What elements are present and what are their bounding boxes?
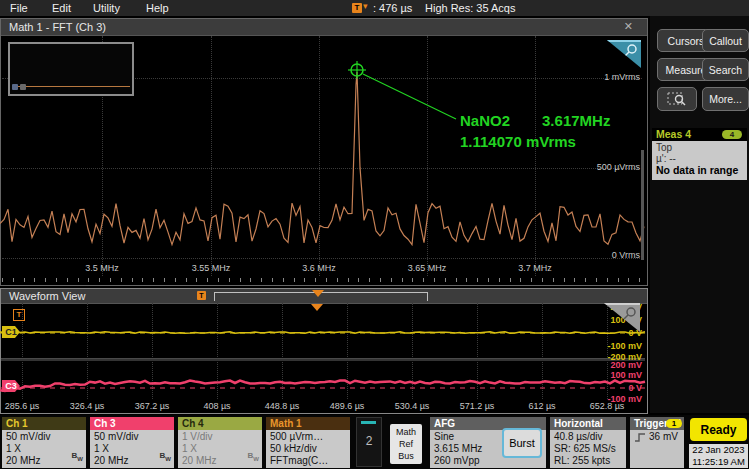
math-panel-title: Math 1 - FFT (Ch 3) — [1, 19, 647, 35]
fft-x-label: 3.65 MHz — [408, 263, 447, 273]
thumbnail-marker-r-icon — [20, 84, 26, 90]
math1-function: FFTmag(C… — [270, 455, 350, 467]
math-ref-bus-line: Ref — [390, 438, 422, 450]
trigger-flag-icon[interactable]: T — [352, 3, 362, 13]
afg-badge[interactable]: AFG Sine 3.615 MHz 260 mVpp Burst — [430, 417, 546, 467]
channel-badge-ch1[interactable]: Ch 1 50 mV/div 1 X 20 MHz BW — [2, 417, 86, 467]
ch3-scale-label: 100 mV — [610, 370, 642, 380]
time-label: 489.6 µs — [330, 401, 365, 411]
meas4-badge-header[interactable]: Meas 4 4 — [652, 128, 747, 141]
menu-edit[interactable]: Edit — [52, 2, 71, 14]
zoom-box-button[interactable] — [657, 87, 697, 111]
fft-x-label: 3.7 MHz — [518, 263, 552, 273]
callout-button[interactable]: Callout — [702, 29, 749, 52]
ch2-label: 2 — [357, 434, 381, 448]
menu-help[interactable]: Help — [146, 2, 169, 14]
acquisition-status: High Res: 35 Acqs — [425, 2, 516, 14]
meas4-mean: µ': -- — [656, 153, 747, 164]
trigger-position-marker-icon[interactable] — [312, 290, 324, 297]
ch4-badge-title: Ch 4 — [178, 417, 262, 430]
bandwidth-limit-icon: BW — [160, 450, 171, 465]
trigger-position-readout[interactable]: : 476 µs — [373, 2, 412, 14]
trigger-level-icon[interactable]: T — [13, 309, 25, 321]
meas4-results-panel: Top µ': -- No data in range — [652, 141, 747, 180]
ch3-scale: 50 mV/div — [94, 431, 174, 443]
bandwidth-limit-icon: BW — [72, 450, 83, 465]
spectrum-overview-thumbnail[interactable] — [8, 42, 134, 96]
ch2-color-bar — [361, 421, 376, 424]
oscilloscope-screen: File Edit Utility Help T ▾ : 476 µs High… — [0, 0, 749, 469]
thumbnail-marker-a-icon — [12, 84, 18, 90]
trigger-position-marker-icon[interactable] — [311, 304, 323, 311]
math1-badge-title: Math 1 — [266, 417, 350, 430]
search-button[interactable]: Search — [702, 58, 749, 81]
math-ref-bus-line: Bus — [390, 450, 422, 462]
burst-button[interactable]: Burst — [502, 428, 542, 458]
time-label: 408 µs — [203, 401, 230, 411]
right-sidebar: Cursors Callout Measure Search More... M… — [650, 16, 749, 413]
math1-scale: 500 µVrm… — [270, 431, 350, 443]
date-value: 22 Jan 2023 — [689, 444, 748, 456]
time-label: 652.8 µs — [590, 401, 625, 411]
fft-y-label-500uv: 500 µVrms — [597, 162, 640, 172]
meas4-status: No data in range — [656, 164, 747, 176]
fft-y-label-0v: 0 Vrms — [612, 250, 640, 260]
zoom-box-icon — [667, 91, 687, 107]
trigger-flag-icon[interactable]: T — [197, 291, 206, 300]
more-button[interactable]: More... — [702, 87, 749, 111]
peak-marker-icon[interactable] — [348, 61, 456, 119]
time-label: 448.8 µs — [265, 401, 300, 411]
math-ref-bus-button[interactable]: Math Ref Bus — [390, 424, 422, 464]
callout-frequency: 3.617MHz — [542, 112, 610, 129]
sample-rate: SR: 625 MS/s — [554, 443, 626, 455]
meas4-title: Meas 4 — [656, 128, 691, 140]
ch4-scale: 1 V/div — [182, 431, 262, 443]
time-label: 285.6 µs — [5, 401, 40, 411]
time-label: 571.2 µs — [460, 401, 495, 411]
dropdown-arrow-icon: ▾ — [363, 1, 368, 11]
channel-badge-ch2[interactable]: 2 — [356, 417, 382, 467]
time-label: 367.2 µs — [135, 401, 170, 411]
fft-x-label: 3.6 MHz — [302, 263, 336, 273]
bandwidth-limit-icon: BW — [248, 450, 259, 465]
channel-badge-ch4[interactable]: Ch 4 1 V/div 1 X 20 MHz BW — [178, 417, 262, 467]
menu-file[interactable]: File — [10, 2, 28, 14]
horizontal-title: Horizontal — [550, 417, 626, 430]
datetime-display: 22 Jan 2023 11:25:19 AM — [689, 444, 748, 468]
ch1-scale-label: -100 mV — [607, 341, 642, 351]
trigger-count-pill: 1 — [666, 419, 682, 428]
fft-tick-strip — [2, 278, 642, 282]
meas4-count-pill: 4 — [722, 130, 742, 139]
ch1-scale: 50 mV/div — [6, 431, 86, 443]
waveform-titlebar[interactable]: Waveform View T — [1, 289, 647, 304]
fft-x-label: 3.5 MHz — [85, 263, 119, 273]
ch3-scale-label: 0 V — [628, 383, 642, 393]
trigger-badge[interactable]: Trigger N 1 36 mV — [630, 417, 684, 467]
ch3-badge-title: Ch 3 — [90, 417, 174, 430]
settings-bar: Ch 1 50 mV/div 1 X 20 MHz BW Ch 3 50 mV/… — [0, 415, 749, 469]
math-ref-bus-line: Math — [390, 426, 422, 438]
channel-badge-ch3[interactable]: Ch 3 50 mV/div 1 X 20 MHz BW — [90, 417, 174, 467]
horizontal-scale: 40.8 µs/div — [554, 431, 626, 443]
time-value: 11:25:19 AM — [689, 456, 748, 468]
fft-y-label-1mv: 1 mVrms — [604, 72, 640, 82]
math1-hdiv: 50 kHz/div — [270, 443, 350, 455]
horizontal-badge[interactable]: Horizontal 40.8 µs/div SR: 625 MS/s RL: … — [550, 417, 626, 467]
fft-scrollbar[interactable] — [641, 150, 644, 260]
fft-x-label: 3.55 MHz — [192, 263, 231, 273]
trigger-level: 36 mV — [649, 431, 678, 443]
close-icon[interactable]: ✕ — [624, 20, 633, 33]
record-length: RL: 255 kpts — [554, 455, 626, 467]
thumbnail-trace — [12, 86, 130, 87]
channel-badge-math1[interactable]: Math 1 500 µVrm… 50 kHz/div FFTmag(C… — [266, 417, 350, 467]
ch3-scale-label: 200 mV — [610, 360, 642, 370]
callout-annotation[interactable]: NaNO23.617MHz — [460, 112, 610, 129]
meas4-name: Top — [656, 142, 747, 153]
math-panel-titlebar[interactable]: Math 1 - FFT (Ch 3) ✕ — [1, 19, 647, 36]
time-label: 326.4 µs — [70, 401, 105, 411]
waveform-plot — [0, 303, 646, 412]
callout-rms[interactable]: 1.114070 mVrms — [460, 133, 576, 150]
menu-utility[interactable]: Utility — [93, 2, 120, 14]
rising-edge-icon — [634, 432, 646, 443]
trigger-title-row: Trigger N 1 — [630, 417, 684, 430]
